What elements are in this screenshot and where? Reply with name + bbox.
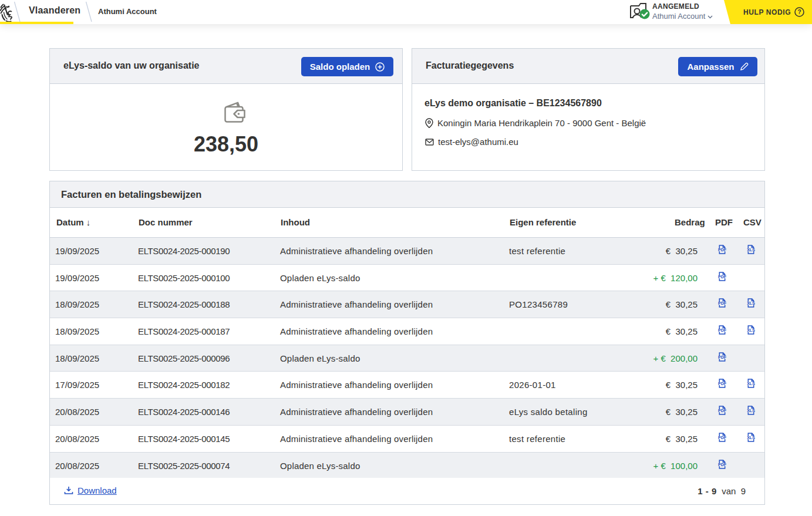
svg-text:XLS: XLS xyxy=(747,328,755,332)
svg-text:XLS: XLS xyxy=(747,382,755,386)
svg-text:XLS: XLS xyxy=(747,301,755,305)
svg-text:XLS: XLS xyxy=(747,409,755,413)
svg-text:?: ? xyxy=(797,9,801,15)
svg-text:PDF: PDF xyxy=(718,248,727,252)
svg-text:PDF: PDF xyxy=(718,301,727,305)
svg-text:XLS: XLS xyxy=(747,248,755,252)
svg-text:XLS: XLS xyxy=(747,435,755,439)
svg-text:PDF: PDF xyxy=(718,382,727,386)
svg-text:PDF: PDF xyxy=(718,462,727,466)
svg-text:PDF: PDF xyxy=(718,435,727,439)
svg-text:PDF: PDF xyxy=(718,274,727,278)
svg-text:PDF: PDF xyxy=(718,328,727,332)
svg-text:PDF: PDF xyxy=(718,355,727,359)
svg-text:PDF: PDF xyxy=(718,409,727,413)
